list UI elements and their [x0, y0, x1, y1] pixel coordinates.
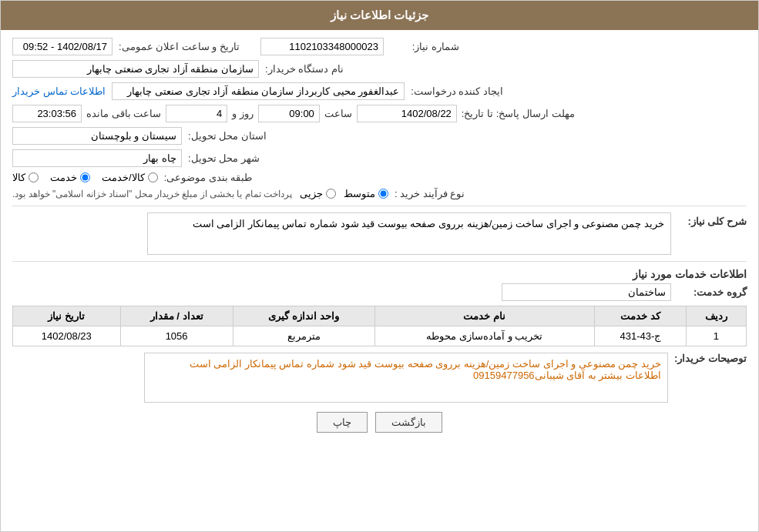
buyer-desc-label: توصیحات خریدار:: [674, 353, 747, 364]
deadline-remaining-input[interactable]: [12, 105, 82, 122]
category-kala-radio[interactable]: [29, 172, 39, 182]
col-service-code: کد خدمت: [595, 306, 687, 326]
deadline-time-input[interactable]: [258, 105, 320, 122]
need-number-label: شماره نیاز:: [390, 41, 459, 52]
need-description-textarea[interactable]: [147, 212, 671, 255]
city-input[interactable]: [12, 149, 182, 167]
category-kala-khedmat-radio[interactable]: [148, 172, 158, 182]
province-input[interactable]: [12, 127, 182, 145]
date-input[interactable]: [12, 38, 113, 55]
category-label: طبقه بندی موضوعی:: [164, 172, 253, 183]
service-group-row: گروه خدمت:: [12, 283, 747, 301]
buyer-desc-section: توصیحات خریدار:: [12, 353, 747, 403]
city-label: شهر محل تحویل:: [188, 152, 260, 164]
category-kala-khedmat-label: کالا/خدمت: [102, 172, 145, 183]
category-radio-group: کالا/خدمت خدمت کالا: [12, 172, 158, 183]
province-row: استان محل تحویل:: [12, 127, 747, 145]
table-row: 1ج-43-431تخریب و آماده‌سازی محوطهمترمربع…: [13, 326, 747, 346]
purchase-type-note: پرداخت تمام یا بخشی از مبلغ خریدار محل "…: [12, 189, 292, 199]
category-kala-khedmat[interactable]: کالا/خدمت: [102, 172, 158, 183]
creator-label: ایجاد کننده درخواست:: [411, 85, 503, 97]
province-label: استان محل تحویل:: [188, 130, 267, 142]
deadline-row: مهلت ارسال پاسخ: تا تاریخ: ساعت روز و سا…: [12, 105, 747, 122]
buyer-desc-row: توصیحات خریدار:: [12, 353, 747, 403]
col-row-num: ردیف: [686, 306, 746, 326]
need-description-label: شرح کلی نیاز:: [677, 212, 747, 227]
services-table: ردیف کد خدمت نام خدمت واحد اندازه گیری ت…: [12, 306, 747, 346]
purchase-type-options: متوسط جزیی پرداخت تمام یا بخشی از مبلغ خ…: [12, 188, 388, 199]
service-group-input[interactable]: [502, 283, 671, 301]
date-label: تاریخ و ساعت اعلان عمومی:: [119, 41, 240, 52]
org-input[interactable]: [12, 60, 259, 78]
deadline-days-input[interactable]: [166, 105, 227, 122]
category-khedmat[interactable]: خدمت: [50, 172, 90, 183]
creator-input[interactable]: [112, 82, 405, 100]
category-kala[interactable]: کالا: [12, 172, 39, 183]
purchase-type-row: نوع فرآیند خرید : متوسط جزیی پرداخت تمام…: [12, 188, 747, 199]
main-form: شماره نیاز: تاریخ و ساعت اعلان عمومی: نا…: [1, 30, 758, 450]
purchase-type-motevaset[interactable]: متوسط: [344, 188, 388, 199]
need-description-area: شرح کلی نیاز:: [12, 212, 747, 255]
buyer-desc-textarea[interactable]: [144, 353, 668, 403]
category-khedmat-label: خدمت: [50, 172, 77, 183]
divider-2: [12, 261, 747, 262]
service-group-label: گروه خدمت:: [677, 286, 747, 298]
page-title: جزئیات اطلاعات نیاز: [331, 8, 428, 22]
purchase-type-motevaset-radio[interactable]: [378, 189, 388, 199]
purchase-type-jozii[interactable]: جزیی: [300, 188, 336, 199]
category-kala-label: کالا: [12, 172, 25, 183]
deadline-days-label: روز و: [232, 108, 254, 119]
table-cell-name: تخریب و آماده‌سازی محوطه: [374, 326, 594, 346]
deadline-date-input[interactable]: [357, 105, 457, 122]
contact-link[interactable]: اطلاعات تماس خریدار: [12, 85, 106, 97]
back-button[interactable]: بازگشت: [375, 412, 442, 433]
purchase-type-motevaset-label: متوسط: [344, 188, 375, 199]
purchase-type-label: نوع فرآیند خرید :: [395, 188, 465, 199]
deadline-time-label: ساعت: [324, 108, 352, 119]
col-service-name: نام خدمت: [374, 306, 594, 326]
table-cell-unit: مترمربع: [233, 326, 374, 346]
deadline-label: مهلت ارسال پاسخ: تا تاریخ:: [462, 108, 575, 119]
services-section-header: اطلاعات خدمات مورد نیاز: [12, 268, 747, 280]
services-table-section: ردیف کد خدمت نام خدمت واحد اندازه گیری ت…: [12, 306, 747, 346]
col-date: تاریخ نیاز: [13, 306, 121, 326]
table-cell-date: 1402/08/23: [13, 326, 121, 346]
table-cell-quantity: 1056: [120, 326, 233, 346]
purchase-type-jozii-radio[interactable]: [326, 189, 336, 199]
need-number-input[interactable]: [260, 38, 384, 55]
deadline-remaining-label: ساعت باقی مانده: [86, 108, 161, 119]
org-label: نام دستگاه خریدار:: [265, 63, 344, 75]
creator-row: ایجاد کننده درخواست: اطلاعات تماس خریدار: [12, 82, 747, 100]
page-header: جزئیات اطلاعات نیاز: [1, 1, 758, 30]
category-khedmat-radio[interactable]: [80, 172, 90, 182]
divider-1: [12, 206, 747, 206]
print-button[interactable]: چاپ: [317, 412, 368, 433]
city-row: شهر محل تحویل:: [12, 149, 747, 167]
col-unit: واحد اندازه گیری: [233, 306, 374, 326]
org-row: نام دستگاه خریدار:: [12, 60, 747, 78]
buttons-row: بازگشت چاپ: [12, 412, 747, 433]
need-number-date-row: شماره نیاز: تاریخ و ساعت اعلان عمومی:: [12, 38, 747, 55]
table-cell-row: 1: [686, 326, 746, 346]
col-quantity: تعداد / مقدار: [120, 306, 233, 326]
purchase-type-jozii-label: جزیی: [300, 188, 323, 199]
table-cell-code: ج-43-431: [595, 326, 687, 346]
category-row: طبقه بندی موضوعی: کالا/خدمت خدمت کالا: [12, 172, 747, 183]
